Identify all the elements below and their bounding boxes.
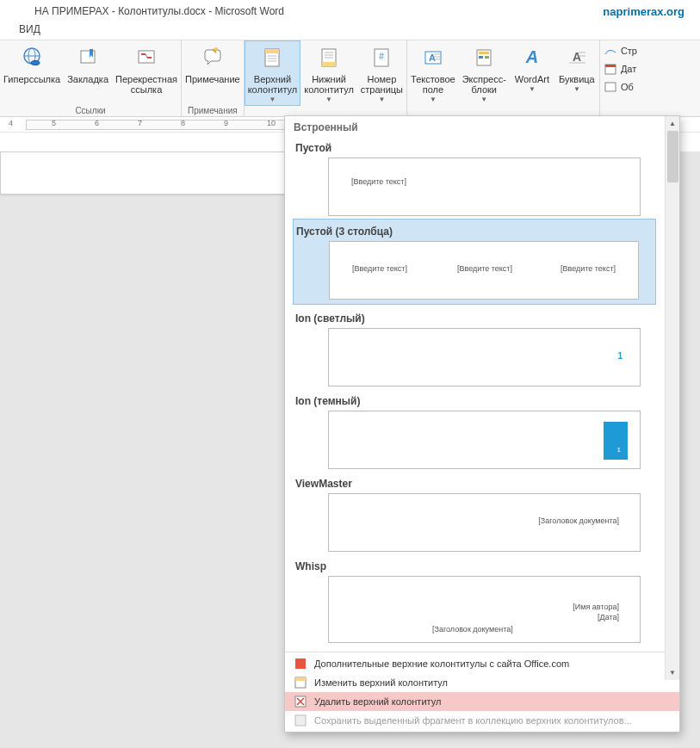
chevron-down-icon: ▼	[573, 85, 580, 93]
bookmark-button[interactable]: Закладка	[64, 40, 112, 106]
header-button[interactable]: Верхний колонтитул ▼	[245, 40, 301, 106]
save-icon	[294, 714, 307, 727]
footer-icon	[315, 44, 343, 71]
gallery-preview: [Заголовок документа]	[328, 493, 641, 552]
gallery-item-whisp[interactable]: Whisp [Имя автора] [Дата] [Заголовок док…	[294, 555, 656, 643]
scroll-down-icon[interactable]: ▼	[666, 665, 679, 680]
gallery-scrollbar[interactable]: ▲ ▼	[665, 116, 679, 680]
ribbon: Гиперссылка Закладка Перекрестная ссылка…	[0, 40, 700, 117]
dropcap-button[interactable]: A Буквица ▼	[554, 40, 599, 106]
gallery-preview: 1	[328, 411, 641, 469]
chevron-down-icon: ▼	[325, 96, 332, 103]
gallery-preview: [Введите текст]	[328, 158, 641, 216]
gallery-preview: 1	[328, 328, 641, 386]
hyperlink-button[interactable]: Гиперссылка	[0, 40, 64, 106]
quickparts-button[interactable]: Экспресс- блоки ▼	[459, 40, 510, 106]
gallery-item-viewmaster[interactable]: ViewMaster [Заголовок документа]	[294, 473, 656, 552]
group-name-comments: Примечания	[182, 106, 244, 117]
signature-button[interactable]: Стр	[604, 42, 637, 59]
chevron-down-icon: ▼	[430, 96, 437, 103]
footer-button[interactable]: Нижний колонтитул ▼	[300, 40, 357, 106]
svg-rect-42	[295, 715, 306, 726]
ribbon-group-text: A Текстовое поле ▼ Экспресс- блоки ▼ A W…	[407, 40, 599, 116]
header-gallery: Встроенный Пустой [Введите текст] Пустой…	[284, 115, 680, 733]
ribbon-group-links: Гиперссылка Закладка Перекрестная ссылка…	[0, 40, 182, 116]
textbox-label: Текстовое поле	[411, 74, 455, 95]
dropcap-label: Буквица	[559, 74, 595, 84]
comment-icon	[199, 44, 226, 71]
pagenum-button[interactable]: # Номер страницы ▼	[357, 40, 406, 106]
document-page[interactable]	[0, 151, 286, 195]
bookmark-icon	[74, 44, 102, 71]
titlebar: НА ПРИМЕРАХ - Колонтитулы.docx - Microso…	[0, 0, 700, 21]
wordart-icon: A	[518, 44, 546, 71]
ribbon-group-comments: Примечание Примечания	[182, 40, 245, 116]
svg-rect-15	[322, 62, 336, 66]
crossref-label: Перекрестная ссылка	[115, 74, 177, 95]
chevron-down-icon: ▼	[378, 96, 385, 103]
pagenum-label: Номер страницы	[361, 74, 403, 95]
globe-link-icon	[18, 44, 46, 71]
obj-icon	[604, 80, 617, 94]
crossref-button[interactable]: Перекрестная ссылка	[112, 40, 181, 106]
gallery-item-ionlight[interactable]: Ion (светлый) 1	[294, 307, 656, 386]
svg-rect-7	[147, 57, 152, 59]
svg-rect-40	[295, 677, 306, 681]
scroll-thumb[interactable]	[667, 131, 678, 182]
object-button[interactable]: Об	[604, 78, 637, 96]
date-icon	[604, 62, 617, 76]
gallery-preview: [Имя автора] [Дата] [Заголовок документа…	[328, 576, 641, 643]
gallery-item-blank3[interactable]: Пустой (3 столбца) [Введите текст] [Введ…	[293, 219, 656, 305]
ribbon-small-column: Стр Дат Об	[599, 40, 641, 116]
svg-rect-38	[295, 658, 306, 669]
textbox-button[interactable]: A Текстовое поле ▼	[407, 40, 459, 106]
crossref-icon	[133, 44, 160, 71]
site-link[interactable]: naprimerax.org	[603, 5, 685, 18]
svg-rect-37	[605, 83, 616, 91]
save-selection-button: Сохранить выделенный фрагмент в коллекци…	[285, 711, 679, 730]
comment-label: Примечание	[185, 74, 240, 84]
gallery-preview: [Введите текст] [Введите текст] [Введите…	[329, 241, 639, 300]
wordart-label: WordArt	[515, 74, 549, 84]
edit-header-button[interactable]: Изменить верхний колонтитул	[285, 673, 679, 692]
bookmark-label: Закладка	[67, 74, 108, 84]
svg-text:A: A	[525, 47, 538, 66]
tab-view[interactable]: ВИД	[19, 23, 40, 35]
header-label: Верхний колонтитул	[248, 74, 298, 95]
edit-header-icon	[294, 676, 307, 689]
svg-rect-27	[479, 52, 489, 54]
comment-button[interactable]: Примечание	[182, 40, 244, 106]
office-icon	[294, 657, 307, 671]
header-icon	[258, 44, 286, 71]
textbox-icon: A	[419, 44, 447, 71]
quickparts-icon	[470, 44, 498, 71]
delete-header-icon	[294, 695, 307, 708]
window-title: НА ПРИМЕРАХ - Колонтитулы.docx - Microso…	[34, 5, 284, 17]
delete-header-button[interactable]: Удалить верхний колонтитул	[285, 692, 679, 711]
ribbon-group-headerfooter: Верхний колонтитул ▼ Нижний колонтитул ▼…	[245, 40, 407, 116]
svg-point-8	[214, 47, 218, 51]
wordart-button[interactable]: A WordArt ▼	[510, 40, 554, 106]
gallery-item-blank[interactable]: Пустой [Введите текст]	[294, 137, 656, 216]
gallery-menu: Дополнительные верхние колонтитулы с сай…	[285, 652, 679, 732]
sig-icon	[604, 44, 617, 58]
scroll-up-icon[interactable]: ▲	[666, 116, 679, 131]
quickparts-label: Экспресс- блоки	[462, 74, 506, 95]
ribbon-tabs: ВИД	[0, 21, 700, 40]
chevron-down-icon: ▼	[529, 85, 536, 93]
svg-text:A: A	[573, 50, 581, 64]
svg-rect-10	[265, 49, 279, 53]
gallery-item-iondark[interactable]: Ion (темный) 1	[294, 390, 656, 469]
dropcap-icon: A	[563, 44, 591, 71]
date-button[interactable]: Дат	[604, 60, 637, 77]
svg-rect-28	[479, 56, 483, 59]
gallery-section-header: Встроенный	[285, 116, 679, 137]
chevron-down-icon: ▼	[480, 96, 487, 103]
more-from-office-button[interactable]: Дополнительные верхние колонтитулы с сай…	[285, 654, 679, 673]
svg-rect-36	[605, 65, 616, 67]
chevron-down-icon: ▼	[269, 96, 276, 103]
svg-rect-29	[485, 56, 489, 59]
svg-point-3	[31, 61, 40, 65]
svg-rect-6	[141, 53, 146, 55]
hyperlink-label: Гиперссылка	[3, 74, 60, 84]
